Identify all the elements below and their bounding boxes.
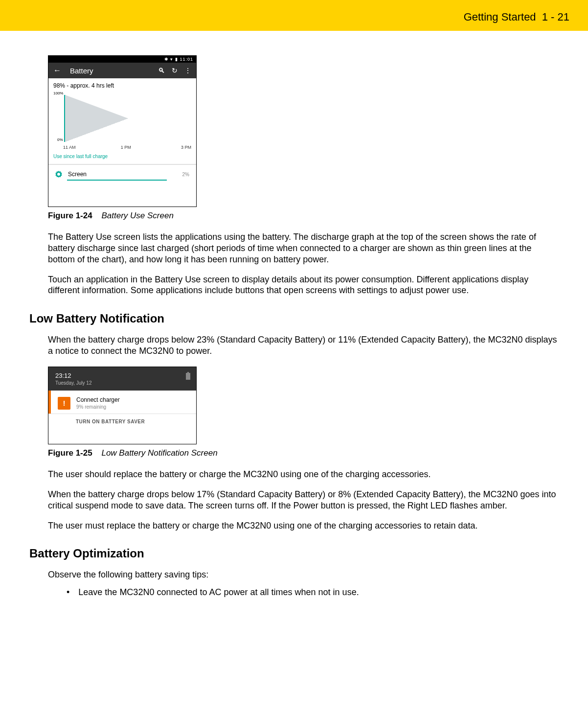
notification-subtitle: 9% remaining xyxy=(76,404,189,410)
x-tick: 11 AM xyxy=(63,145,76,150)
x-axis: 11 AM 1 PM 3 PM xyxy=(63,145,191,150)
app-bar-title: Battery xyxy=(70,67,151,75)
notification-shade-header: 23:12 Tuesday, July 12 xyxy=(48,367,196,391)
use-since-label: Use since last full charge xyxy=(48,151,196,162)
shade-time: 23:12 xyxy=(55,372,186,379)
section-title: Getting Started xyxy=(464,11,536,23)
back-icon[interactable]: ← xyxy=(53,66,61,75)
row-percent: 2% xyxy=(182,172,189,177)
body-paragraph: Observe the following battery saving tip… xyxy=(48,569,559,580)
y-axis-100: 100% xyxy=(53,91,63,95)
refresh-icon[interactable]: ↻ xyxy=(172,67,178,74)
body-paragraph: The user must replace the battery or cha… xyxy=(48,520,559,531)
bullet-icon: • xyxy=(67,587,69,598)
low-battery-screenshot: 23:12 Tuesday, July 12 ! Connect charger… xyxy=(48,367,197,444)
status-icons: ✱ ▾ ▮ xyxy=(164,57,178,62)
battery-app-row[interactable]: Screen 2% xyxy=(48,165,196,183)
row-underline xyxy=(67,180,167,181)
figure-caption: Figure 1-25 Low Battery Notification Scr… xyxy=(48,448,559,458)
battery-summary: 98% - approx. 4 hrs left xyxy=(48,78,196,91)
status-bar: ✱ ▾ ▮ 11:01 xyxy=(48,56,196,63)
discharge-area xyxy=(65,95,191,142)
x-tick: 1 PM xyxy=(121,145,131,150)
body-paragraph: The user should replace the battery or c… xyxy=(48,469,559,480)
warning-icon: ! xyxy=(58,397,70,410)
figure-caption: Figure 1-24 Battery Use Screen xyxy=(48,211,559,221)
status-time: 11:01 xyxy=(180,57,193,62)
shade-date: Tuesday, July 12 xyxy=(55,380,186,386)
notification-title: Connect charger xyxy=(76,396,189,403)
figure-number: Figure 1-25 xyxy=(48,448,92,458)
list-item: • Leave the MC32N0 connected to AC power… xyxy=(48,587,559,598)
section-heading: Low Battery Notification xyxy=(29,312,559,325)
body-paragraph: When the battery charge drops below 17% … xyxy=(48,489,559,511)
notification-card[interactable]: ! Connect charger 9% remaining TURN ON B… xyxy=(48,391,196,430)
page-header: Getting Started 1 - 21 xyxy=(0,0,588,31)
search-icon[interactable]: 🔍︎ xyxy=(158,67,165,74)
header-text: Getting Started 1 - 21 xyxy=(464,11,569,23)
body-paragraph: Touch an application in the Battery Use … xyxy=(48,274,559,297)
discharge-chart: 100% 0% 11 AM 1 PM 3 PM xyxy=(53,91,191,151)
screen-icon xyxy=(55,171,62,178)
body-paragraph: The Battery Use screen lists the applica… xyxy=(48,231,559,265)
figure-title: Battery Use Screen xyxy=(101,211,173,220)
page-number: 1 - 21 xyxy=(542,11,569,23)
app-bar: ← Battery 🔍︎ ↻ ⋮ xyxy=(48,63,196,78)
figure-number: Figure 1-24 xyxy=(48,211,92,220)
battery-use-screenshot: ✱ ▾ ▮ 11:01 ← Battery 🔍︎ ↻ ⋮ 98% - appro… xyxy=(48,55,197,207)
list-item-text: Leave the MC32N0 connected to AC power a… xyxy=(78,587,359,598)
overflow-icon[interactable]: ⋮ xyxy=(184,67,191,74)
y-axis-0: 0% xyxy=(57,138,63,142)
notification-action[interactable]: TURN ON BATTERY SAVER xyxy=(48,414,196,430)
x-tick: 3 PM xyxy=(181,145,191,150)
battery-icon xyxy=(186,373,190,380)
body-paragraph: When the battery charge drops below 23% … xyxy=(48,334,559,357)
figure-title: Low Battery Notification Screen xyxy=(101,448,217,458)
section-heading: Battery Optimization xyxy=(29,547,559,560)
row-label: Screen xyxy=(68,171,182,178)
